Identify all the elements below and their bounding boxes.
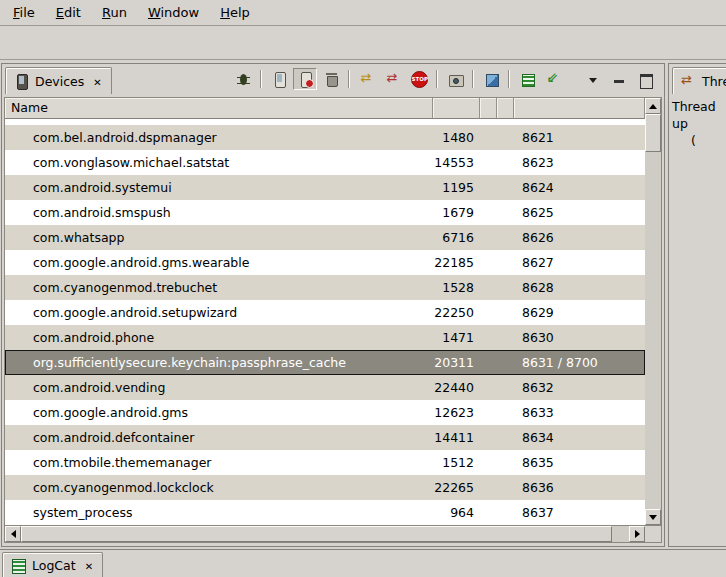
minimize-button[interactable] xyxy=(607,68,631,90)
process-name: com.android.vending xyxy=(5,380,433,395)
table-row[interactable]: com.android.vending224408632 xyxy=(5,375,645,400)
bug-icon xyxy=(235,71,252,88)
device-icon xyxy=(13,73,30,90)
threads-arrows-icon xyxy=(359,71,376,88)
column-header-col5[interactable] xyxy=(514,98,645,119)
column-header-col4[interactable] xyxy=(497,98,514,119)
table-row[interactable]: com.tmobile.thememanager15128635 xyxy=(5,450,645,475)
dump-hprof-button[interactable] xyxy=(293,68,317,90)
table-row[interactable]: com.google.android.gms126238633 xyxy=(5,400,645,425)
process-name: system_process xyxy=(5,505,433,520)
table-row[interactable]: com.google.android.setupwizard222508629 xyxy=(5,300,645,325)
workbench: Devices STOP Name com.bel.android.dspman… xyxy=(0,61,726,549)
tab-devices[interactable]: Devices xyxy=(5,67,112,94)
threads-message-line1: Thread up xyxy=(672,98,726,132)
process-name: com.google.android.gms xyxy=(5,405,433,420)
bottom-tabbar: LogCat xyxy=(0,549,726,577)
threads-tabbar: Threa xyxy=(669,64,726,95)
debug-process-button[interactable] xyxy=(231,68,255,90)
column-header-col2[interactable] xyxy=(433,98,480,119)
scroll-up-button[interactable] xyxy=(645,98,661,114)
table-row[interactable]: com.cyanogenmod.lockclock222658636 xyxy=(5,475,645,500)
menu-file[interactable]: File xyxy=(4,2,44,23)
maximize-button[interactable] xyxy=(633,68,657,90)
close-icon[interactable] xyxy=(83,557,95,574)
process-port: 8637 xyxy=(514,505,645,520)
vertical-scrollbar-thumb[interactable] xyxy=(645,114,661,152)
network-stats-button[interactable] xyxy=(541,68,565,90)
process-port: 8625 xyxy=(514,205,645,220)
update-threads-button[interactable] xyxy=(355,68,379,90)
toolbar-separator xyxy=(260,70,262,88)
horizontal-scrollbar[interactable] xyxy=(5,525,645,542)
table-row[interactable]: com.android.smspush16798625 xyxy=(5,200,645,225)
scroll-right-button[interactable] xyxy=(629,526,645,542)
process-port: 8629 xyxy=(514,305,645,320)
process-port: 8630 xyxy=(514,330,645,345)
scroll-down-button[interactable] xyxy=(645,509,661,525)
toolbar-separator xyxy=(472,70,474,88)
threads-icon xyxy=(680,73,697,90)
process-port: 8634 xyxy=(514,430,645,445)
threads-panel: Threa Thread up ( xyxy=(668,63,726,547)
toolbar-separator xyxy=(348,70,350,88)
table-row[interactable]: com.google.android.gms.wearable221858627 xyxy=(5,250,645,275)
vertical-scrollbar[interactable] xyxy=(645,98,661,525)
threads-content: Thread up ( xyxy=(672,98,726,149)
devices-tabbar: Devices STOP xyxy=(2,64,664,95)
scrollbar-corner xyxy=(645,525,661,542)
toolbar-separator xyxy=(508,70,510,88)
column-header-col3[interactable] xyxy=(480,98,497,119)
column-header-name[interactable]: Name xyxy=(5,98,433,119)
process-port: 8626 xyxy=(514,230,645,245)
menu-edit[interactable]: Edit xyxy=(47,2,90,23)
tracing-button[interactable] xyxy=(515,68,539,90)
cause-gc-button[interactable] xyxy=(319,68,343,90)
process-pid: 1512 xyxy=(433,455,480,470)
tab-threads[interactable]: Threa xyxy=(672,67,726,94)
table-row[interactable]: com.cyanogenmod.trebuchet15288628 xyxy=(5,275,645,300)
maximize-icon xyxy=(637,71,654,88)
menu-window[interactable]: Window xyxy=(139,2,208,23)
table-row[interactable]: org.sufficientlysecure.keychain:passphra… xyxy=(5,350,645,375)
close-icon[interactable] xyxy=(91,73,103,90)
table-row[interactable]: com.whatsapp67168626 xyxy=(5,225,645,250)
arrow-right-icon xyxy=(635,530,640,538)
update-heap-button[interactable] xyxy=(267,68,291,90)
process-pid: 964 xyxy=(433,505,480,520)
process-name: com.bel.android.dspmanager xyxy=(5,130,433,145)
capture-report-button[interactable] xyxy=(479,68,503,90)
tab-logcat-label: LogCat xyxy=(32,558,76,573)
process-pid: 6716 xyxy=(433,230,480,245)
process-pid: 22250 xyxy=(433,305,480,320)
table-row[interactable]: com.android.systemui11958624 xyxy=(5,175,645,200)
process-port: 8633 xyxy=(514,405,645,420)
table-header: Name xyxy=(5,98,645,119)
scroll-left-button[interactable] xyxy=(5,526,21,542)
table-row[interactable]: com.android.defcontainer144118634 xyxy=(5,425,645,450)
view-menu-button[interactable] xyxy=(581,68,605,90)
table-row[interactable]: com.android.phone14718630 xyxy=(5,325,645,350)
process-port: 8621 xyxy=(514,130,645,145)
table-row[interactable]: com.vonglasow.michael.satstat145538623 xyxy=(5,150,645,175)
tab-logcat[interactable]: LogCat xyxy=(2,552,103,577)
process-port: 8628 xyxy=(514,280,645,295)
process-pid: 1528 xyxy=(433,280,480,295)
menu-help[interactable]: Help xyxy=(211,2,259,23)
method-profiling-button[interactable] xyxy=(381,68,405,90)
process-pid: 14411 xyxy=(433,430,480,445)
process-pid: 22440 xyxy=(433,380,480,395)
process-name: org.sufficientlysecure.keychain:passphra… xyxy=(5,355,433,370)
trash-icon xyxy=(323,71,340,88)
stop-icon: STOP xyxy=(411,71,428,88)
process-port: 8635 xyxy=(514,455,645,470)
stop-process-button[interactable]: STOP xyxy=(407,68,431,90)
screen-capture-button[interactable] xyxy=(443,68,467,90)
horizontal-scrollbar-thumb[interactable] xyxy=(21,526,612,542)
menu-run[interactable]: Run xyxy=(93,2,136,23)
table-row[interactable]: com.bel.android.dspmanager14808621 xyxy=(5,125,645,150)
table-row[interactable]: system_process9648637 xyxy=(5,500,645,525)
process-pid: 20311 xyxy=(433,355,480,370)
process-name: com.cyanogenmod.lockclock xyxy=(5,480,433,495)
profiling-arrows-icon xyxy=(385,71,402,88)
